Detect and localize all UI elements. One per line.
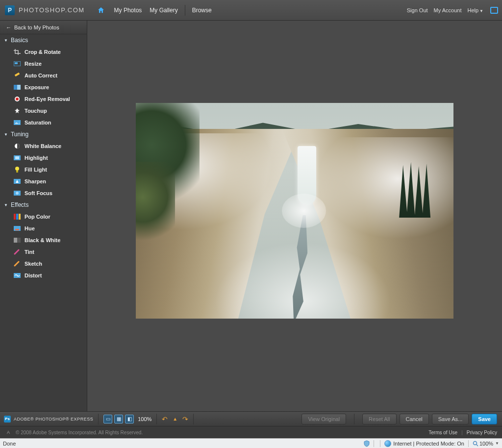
shield-icon[interactable] [364, 440, 370, 447]
psx-icon: Ps [4, 416, 11, 423]
tool-pop-color[interactable]: Pop Color [0, 211, 87, 223]
tool-touchup[interactable]: Touchup [0, 105, 87, 117]
svg-rect-17 [14, 214, 16, 220]
section-effects-label: Effects [11, 201, 28, 208]
tool-label: Sharpen [25, 178, 46, 184]
tint-icon [14, 249, 21, 255]
divider [354, 414, 354, 424]
copyright-text: © 2008 Adobe Systems Incorporated. All R… [16, 430, 143, 435]
browser-zoom[interactable]: 100% ▼ [473, 441, 499, 447]
nav-my-photos[interactable]: My Photos [114, 7, 142, 14]
tool-highlight[interactable]: Highlight [0, 152, 87, 164]
pencil-icon [14, 261, 21, 267]
tool-label: Crop & Rotate [25, 49, 61, 55]
back-to-photos-button[interactable]: ← Back to My Photos [0, 21, 87, 34]
tool-resize[interactable]: Resize [0, 58, 87, 70]
tool-black-white[interactable]: Black & White [0, 234, 87, 246]
undo-icon[interactable]: ↶ [162, 415, 168, 423]
tool-hue[interactable]: Hue [0, 223, 87, 234]
privacy-link[interactable]: Privacy Policy [467, 430, 497, 435]
terms-link[interactable]: Terms of Use [428, 430, 457, 435]
tool-exposure[interactable]: Exposure [0, 81, 87, 93]
svg-rect-1 [15, 62, 18, 64]
tool-label: Highlight [25, 155, 48, 161]
section-effects[interactable]: ▼Effects [0, 199, 87, 211]
pop-color-icon [14, 214, 21, 220]
zoom-fill-button[interactable]: ▦ [114, 415, 123, 423]
save-button[interactable]: Save [472, 414, 497, 424]
nav-sign-out[interactable]: Sign Out [407, 7, 428, 13]
redo-icon[interactable]: ↷ [182, 415, 188, 423]
tool-label: Black & White [25, 237, 60, 243]
tool-soft-focus[interactable]: Soft Focus [0, 187, 87, 199]
hue-icon [14, 225, 21, 231]
tool-tint[interactable]: Tint [0, 246, 87, 258]
soft-focus-icon [14, 190, 21, 196]
white-balance-icon [14, 143, 21, 149]
svg-rect-10 [15, 156, 19, 159]
nav-browse[interactable]: Browse [192, 7, 212, 14]
svg-rect-19 [19, 214, 21, 220]
browser-zoom-value: 100% [479, 441, 493, 447]
tool-white-balance[interactable]: White Balance [0, 140, 87, 152]
triangle-down-icon: ▼ [4, 132, 8, 137]
tool-label: White Balance [25, 143, 61, 149]
tool-sketch[interactable]: Sketch [0, 258, 87, 270]
nav-my-gallery[interactable]: My Gallery [150, 7, 177, 14]
zoom-percent: 100% [138, 416, 151, 422]
tool-red-eye[interactable]: Red-Eye Removal [0, 93, 87, 105]
status-text: Done [0, 441, 16, 447]
bw-icon [14, 237, 21, 243]
tool-crop-rotate[interactable]: Crop & Rotate [0, 46, 87, 58]
photo-preview[interactable] [136, 103, 453, 319]
sharpen-icon [14, 178, 21, 184]
history-group: ↶ ▲ ↷ [162, 415, 188, 423]
wand-icon [14, 73, 21, 78]
tool-label: Saturation [25, 120, 51, 125]
tool-label: Distort [25, 273, 42, 278]
app-name-label: ADOBE® PHOTOSHOP® EXPRESS [14, 417, 93, 422]
tool-label: Red-Eye Removal [25, 96, 70, 102]
tool-saturation[interactable]: Saturation [0, 117, 87, 128]
sidebar: ← Back to My Photos ▼Basics Crop & Rotat… [0, 21, 87, 411]
crop-icon [14, 49, 21, 55]
tool-distort[interactable]: Distort [0, 270, 87, 281]
separator [468, 440, 469, 447]
nav-help[interactable]: Help▼ [467, 7, 483, 13]
view-original-button[interactable]: View Original [301, 414, 346, 424]
adobe-logo-icon: A [5, 429, 12, 436]
zoom-fit-button[interactable]: ▭ [103, 415, 112, 423]
separator [374, 440, 374, 447]
zoom-actual-button[interactable]: ◧ [125, 415, 134, 423]
tool-fill-light[interactable]: Fill Light [0, 164, 87, 175]
home-icon[interactable] [97, 6, 105, 14]
triangle-down-icon: ▼ [4, 38, 8, 43]
cancel-button[interactable]: Cancel [400, 414, 429, 424]
tool-auto-correct[interactable]: Auto Correct [0, 70, 87, 81]
svg-point-16 [16, 192, 19, 195]
globe-icon [384, 440, 391, 447]
red-eye-icon [14, 96, 21, 102]
svg-rect-21 [15, 229, 19, 230]
section-tuning[interactable]: ▼Tuning [0, 128, 87, 140]
nav-my-account[interactable]: My Account [434, 7, 462, 13]
browser-status-bar: Done Internet | Protected Mode: On 100% … [0, 438, 502, 448]
tool-label: Soft Focus [25, 190, 52, 196]
magnifier-icon [473, 441, 478, 447]
footer: A © 2008 Adobe Systems Incorporated. All… [0, 426, 502, 438]
tool-label: Resize [25, 61, 42, 67]
highlight-icon [14, 155, 21, 161]
save-as-button[interactable]: Save As... [432, 414, 469, 424]
zoom-group: ▭ ▦ ◧ 100% [103, 415, 151, 423]
saturation-icon [14, 120, 21, 125]
tool-label: Pop Color [25, 214, 50, 220]
history-icon[interactable]: ▲ [173, 416, 177, 422]
svg-rect-12 [16, 171, 18, 173]
tool-sharpen[interactable]: Sharpen [0, 175, 87, 187]
section-basics[interactable]: ▼Basics [0, 34, 87, 46]
reset-all-button[interactable]: Reset All [362, 414, 396, 424]
app-logo-icon: P [5, 5, 15, 15]
divider [98, 414, 99, 424]
canvas-area [87, 21, 502, 411]
fullscreen-icon[interactable] [490, 7, 498, 14]
